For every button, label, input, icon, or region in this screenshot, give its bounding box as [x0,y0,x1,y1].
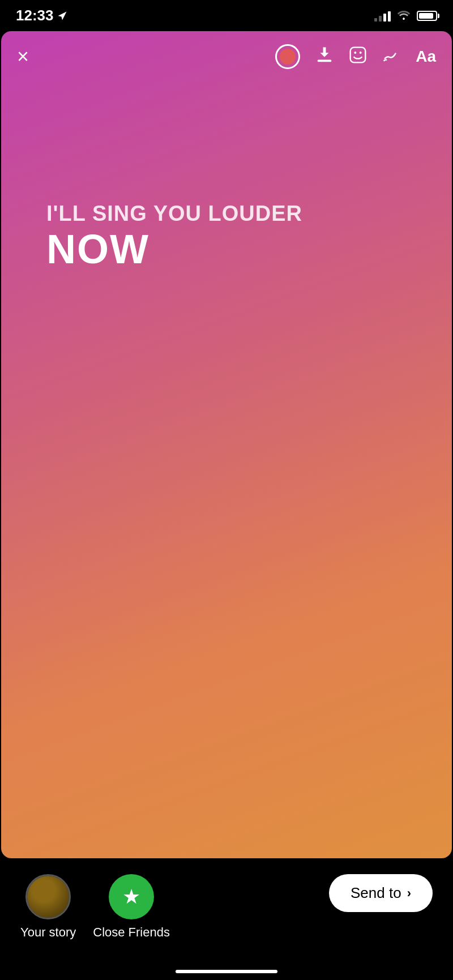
lyrics-line2: NOW [46,227,302,272]
svg-point-3 [360,52,362,54]
signal-icon [374,10,391,22]
bottom-bar: Your story ★ Close Friends Send to › [0,858,453,980]
status-time: 12:33 [16,7,67,24]
chevron-right-icon: › [407,886,411,901]
close-button[interactable]: × [17,46,29,67]
star-icon: ★ [122,885,140,909]
download-icon[interactable] [316,46,333,68]
record-button[interactable] [275,44,300,69]
sticker-icon[interactable] [349,46,367,68]
draw-icon[interactable] [383,46,400,67]
lyrics-line1: I'LL SING YOU LOUDER [46,201,302,227]
send-to-button[interactable]: Send to › [329,874,433,912]
text-button[interactable]: Aa [416,48,436,66]
close-friends-circle: ★ [109,874,154,919]
your-story-option[interactable]: Your story [20,874,76,940]
toolbar-right-icons: Aa [275,44,436,69]
send-to-text: Send to [351,884,401,902]
time-text: 12:33 [16,7,54,24]
home-indicator [176,970,277,973]
lyrics-container: I'LL SING YOU LOUDER NOW [46,201,302,272]
svg-point-2 [354,52,357,54]
status-icons [374,8,437,23]
story-canvas: × [1,31,452,858]
close-friends-option[interactable]: ★ Close Friends [93,874,170,940]
your-story-label: Your story [20,925,76,940]
location-arrow-icon [57,11,67,21]
svg-rect-1 [351,47,366,62]
wifi-icon [396,8,411,23]
svg-rect-0 [318,59,332,62]
battery-icon [417,11,437,21]
story-toolbar: × [1,31,452,82]
record-inner [280,49,296,65]
close-friends-label: Close Friends [93,925,170,940]
status-bar: 12:33 [0,0,453,31]
avatar-circle [25,874,71,919]
avatar-image [27,876,69,918]
